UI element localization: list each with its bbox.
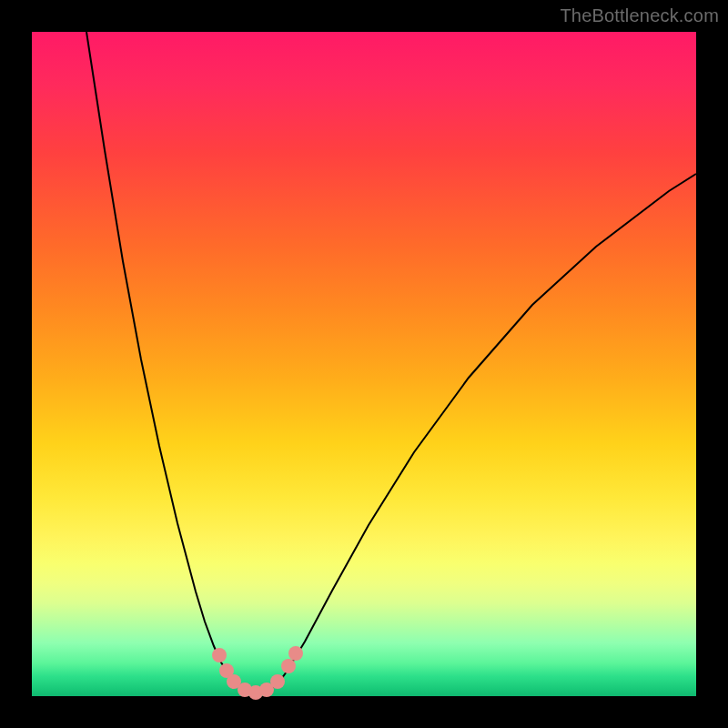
valley-marker: [288, 646, 303, 661]
valley-marker: [212, 648, 227, 662]
chart-frame: TheBottleneck.com: [0, 0, 728, 728]
watermark-text: TheBottleneck.com: [560, 5, 719, 26]
curve-layer: [32, 32, 696, 696]
valley-marker: [281, 659, 296, 673]
valley-marker: [270, 674, 285, 689]
bottleneck-curve: [86, 32, 696, 693]
plot-area: [32, 32, 696, 696]
valley-markers: [212, 646, 303, 700]
